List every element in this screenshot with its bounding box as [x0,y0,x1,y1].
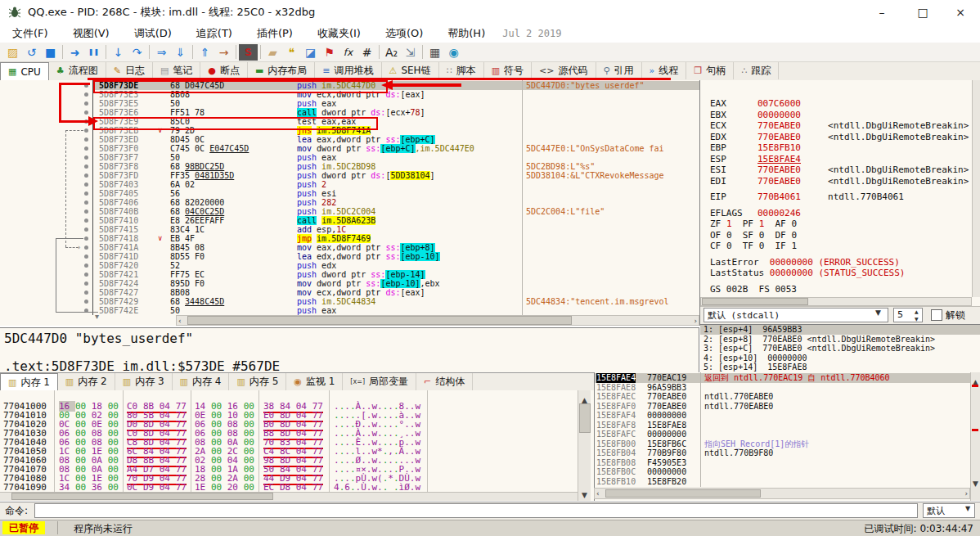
argument-row[interactable]: 3: [esp+C] 770EABE0 <ntdll.DbgUiRemoteBr… [700,344,980,354]
disasm-row[interactable]: 5D8F73E985C0test eax,eax [0,117,699,126]
command-input[interactable] [34,503,918,518]
breakpoint-dot-icon[interactable] [84,263,88,268]
scroll-right-icon[interactable]: › [694,316,697,327]
scroll-left-icon[interactable]: ‹ [596,489,600,499]
register-line[interactable]: ESI770EABE0 <ntdll.DbgUiRemoteBreakin> [710,164,972,176]
register-line[interactable]: ECX770EABE0 <ntdll.DbgUiRemoteBreakin> [710,120,972,132]
tab-log[interactable]: ✎日志 [106,62,153,79]
globe-icon[interactable]: ◉ [444,44,463,61]
breakpoint-dot-icon[interactable] [84,227,88,232]
register-line[interactable]: ZF 1 PF 1 AF 0 [710,218,972,230]
stack-row[interactable]: 15E8FAF815E8FAE8 [595,421,980,430]
run-icon[interactable]: ➜ [65,44,84,61]
stack-row[interactable]: 15E8FAF0770EABE0ntdll.770EABE0 [595,402,980,412]
disasm-row[interactable]: 5D8F73DE68 D047C45Dpush im.5DC447D05DC44… [0,81,699,90]
disassembly-pane[interactable]: 5D8F73DE68 D047C45Dpush im.5DC447D05DC44… [0,80,700,326]
disasm-hscroll-thumb[interactable] [187,316,572,325]
breakpoint-dot-icon[interactable] [84,254,88,259]
register-line[interactable]: CF 0 TF 0 IF 1 [710,241,972,252]
tab-dump-4[interactable]: ▥内存 4 [173,373,230,390]
stack-row[interactable]: 15E8FB04770B9F80ntdll.770B9F80 [595,448,980,458]
breakpoint-dot-icon[interactable] [84,309,88,313]
close-button[interactable]: × [942,0,978,25]
labels-icon[interactable]: ◪ [301,44,320,61]
chevron-down-icon[interactable]: ▼ [875,309,881,317]
bookmarks-icon[interactable]: ⚑ [320,44,339,61]
disasm-row[interactable]: 5D8F73F868 98BDC25Dpush im.5DC2BD985DC2B… [0,162,699,171]
run-until-return-icon[interactable]: ⇑ [196,44,214,61]
breakpoint-dot-icon[interactable] [84,218,88,223]
tab-graph[interactable]: ♣流程图 [49,62,106,79]
disasm-row[interactable]: 5D8F741A8B45 08mov eax,dword ptr ss:[ebp… [0,243,699,252]
menu-item-插件[interactable]: 插件(P) [245,25,305,43]
scroll-down-icon[interactable]: ▼ [582,490,587,501]
registers-hscroll-thumb[interactable] [702,298,808,305]
step-out-icon[interactable]: ⇓ [171,44,190,61]
tab-struct[interactable]: ⌐结构体 [416,373,473,390]
stack-vscrollbar[interactable]: ▲ ▼ [970,372,980,501]
tab-dump-1[interactable]: ▥内存 1 [0,373,58,392]
breakpoint-dot-icon[interactable] [84,101,88,106]
tab-locals[interactable]: [x=]局部变量 [343,373,416,390]
register-line[interactable]: GS 002B FS 0053 [710,284,972,295]
maximize-button[interactable]: □ [905,0,941,25]
unlock-checkbox[interactable] [931,309,942,321]
pause-icon[interactable]: ❚❚ [84,44,103,61]
tab-references[interactable]: ⚲引用 [596,62,642,79]
argument-row[interactable]: 5: [esp+14] 15E8FAE8 [700,363,980,372]
disasm-row[interactable]: 5D8F73FDFF35 0481D35Dpush dword ptr ds:[… [0,171,699,180]
disasm-row[interactable]: 5D8F73E6FF51 78call dword ptr ds:[ecx+78… [0,108,699,117]
tab-dump-3[interactable]: ▥内存 3 [115,373,173,390]
tab-memory-map[interactable]: ▬内存布局 [248,62,315,79]
disasm-row[interactable]: 5D8F73E550push eax [0,99,699,108]
tab-symbols[interactable]: ▥符号 [484,62,532,79]
run-to-user-code-icon[interactable]: → [214,44,233,61]
stack-row[interactable]: 15E8FB08F45905E3 [595,458,980,468]
register-line[interactable]: LastError 00000000 (ERROR_SUCCESS) [710,257,972,268]
calling-convention-select[interactable]: 默认 (stdcall) [704,308,888,322]
disasm-row[interactable]: 5D8F742E50push eax [0,306,699,315]
tab-watch-1[interactable]: ◉监视 1 [286,373,343,390]
disasm-row[interactable]: 5D8F7421FF75 ECpush dword ptr ss:[ebp-14… [0,270,699,279]
memory-hscroll-thumb[interactable] [11,493,273,500]
register-line[interactable]: EAX007C6000 [710,98,972,110]
register-line[interactable]: EDX770EABE0 <ntdll.DbgUiRemoteBreakin> [710,132,972,143]
tab-notes[interactable]: ▤笔记 [153,62,200,79]
argument-row[interactable]: 1: [esp+4] 96A59BB3 [700,325,980,335]
functions-icon[interactable]: fx [339,44,357,61]
scylla-icon[interactable]: S [239,44,258,61]
breakpoint-dot-icon[interactable] [84,282,88,286]
breakpoint-dot-icon[interactable] [84,200,88,205]
disasm-row[interactable]: 5D8F740668 82020000push 282 [0,198,699,207]
execute-till-return-icon[interactable]: ⇒ [152,44,171,61]
scroll-right-icon[interactable]: › [964,489,968,499]
stack-pane[interactable]: 15E8FAE4770EAC19返回到 ntdll.770EAC19 自 ntd… [594,372,980,501]
register-line[interactable]: EFLAGS00000246 [710,208,972,219]
register-line[interactable]: EBP15E8FB10 [710,142,972,154]
disasm-row[interactable]: 5D8F73ED8D45 0Clea eax,dword ptr ss:[ebp… [0,135,699,144]
stack-row[interactable]: 15E8FAF400000000 [595,411,980,421]
register-line[interactable]: OF 0 SF 0 DF 0 [710,230,972,241]
tab-handles[interactable]: ❒句柄 [686,62,734,79]
stack-hscroll-thumb[interactable] [605,489,761,498]
breakpoint-dot-icon[interactable] [84,155,88,160]
comments-icon[interactable]: ❝ [282,44,301,61]
register-line[interactable]: EBX00000000 [710,110,972,121]
breakpoint-dot-icon[interactable] [84,291,88,295]
tab-breakpoints[interactable]: ●断点 [200,62,248,79]
menu-item-追踪[interactable]: 追踪(T) [184,25,245,43]
argument-row[interactable]: 2: [esp+8] 770EABE0 <ntdll.DbgUiRemoteBr… [700,335,980,345]
tab-cpu[interactable]: ▦CPU [0,62,49,81]
disasm-row[interactable]: 5D8F73EB∨79 2Djns im.5D8F741A [0,126,699,135]
breakpoint-dot-icon[interactable] [84,191,88,196]
menu-item-文件[interactable]: 文件(F) [0,25,61,43]
breakpoint-dot-icon[interactable] [84,173,88,178]
disasm-row[interactable]: 5D8F7410E8 26EEFAFFcall im.5D8A623B [0,216,699,225]
register-line[interactable]: EIP770B4061 ntdll.770B4061 [710,191,972,203]
menu-item-收藏[interactable]: 收藏夹(I) [305,25,373,43]
calculator-icon[interactable]: ▦ [425,44,444,61]
tab-dump-2[interactable]: ▥内存 2 [58,373,115,390]
breakpoint-dot-icon[interactable] [84,182,88,187]
register-line[interactable]: LastStatus 00000000 (STATUS_SUCCESS) [710,268,972,279]
memory-vscroll-thumb[interactable] [579,403,591,433]
